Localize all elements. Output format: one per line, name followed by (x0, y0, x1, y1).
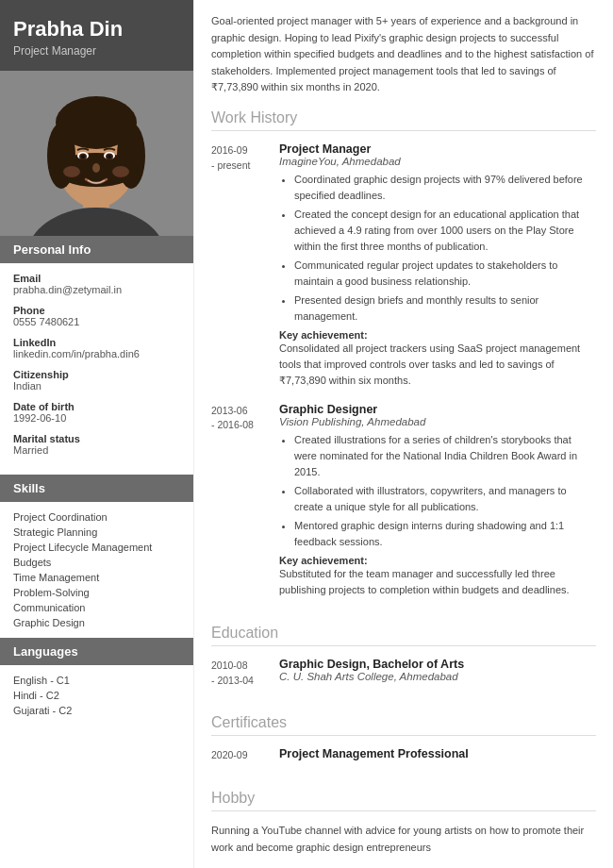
email-value: prabha.din@zetymail.in (13, 284, 180, 295)
language-item: English - C1 (13, 673, 180, 688)
entry-role: Graphic Designer (279, 403, 596, 416)
skills-content: Project CoordinationStrategic PlanningPr… (0, 502, 193, 638)
svg-point-12 (81, 155, 85, 159)
personal-info-section-title: Personal Info (0, 236, 193, 263)
dob-label: Date of birth (13, 401, 180, 412)
citizenship-block: Citizenship Indian (13, 369, 180, 392)
sidebar: Prabha Din Project Manager (0, 0, 193, 868)
language-item: Gujarati - C2 (13, 703, 180, 718)
work-history-heading: Work History (211, 109, 596, 131)
entry-role: Project Manager (279, 142, 596, 156)
sidebar-header: Prabha Din Project Manager (0, 0, 193, 71)
cert-name: Project Management Professional (279, 747, 596, 760)
work-history-section: Work History 2016-09- present Project Ma… (211, 109, 596, 611)
entry-company: Vision Publishing, Ahmedabad (279, 416, 596, 427)
skills-section-title: Skills (0, 475, 193, 502)
marital-value: Married (13, 444, 180, 456)
candidate-name: Prabha Din (13, 17, 180, 42)
education-section: Education 2010-08- 2013-04 Graphic Desig… (211, 625, 596, 702)
candidate-photo (0, 71, 193, 236)
cert-entry: 2020-09 Project Management Professional (211, 747, 596, 763)
edu-entries: 2010-08- 2013-04 Graphic Design, Bachelo… (211, 658, 596, 689)
entry-body: Project Manager ImagineYou, Ahmedabad Co… (279, 142, 596, 390)
achievement-text: Consolidated all project trackers using … (279, 341, 596, 389)
skill-item: Project Coordination (13, 509, 180, 525)
hobby-section: Hobby Running a YouTube channel with adv… (211, 790, 596, 856)
languages-content: English - C1Hindi - C2Gujarati - C2 (0, 665, 193, 726)
linkedin-label: LinkedIn (13, 337, 180, 348)
candidate-title: Project Manager (13, 44, 180, 58)
phone-value: 0555 7480621 (13, 316, 180, 327)
entry-date: 2010-08- 2013-04 (211, 658, 279, 689)
entry-body: Project Management Professional (279, 747, 596, 763)
language-item: Hindi - C2 (13, 688, 180, 703)
skill-item: Budgets (13, 555, 180, 570)
svg-point-16 (112, 166, 129, 177)
work-entry: 2016-09- present Project Manager Imagine… (211, 142, 596, 390)
skill-item: Strategic Planning (13, 525, 180, 540)
certificates-heading: Certificates (211, 714, 596, 736)
entry-date: 2013-06- 2016-08 (211, 403, 279, 598)
svg-point-15 (63, 166, 80, 177)
email-label: Email (13, 273, 180, 284)
marital-block: Marital status Married (13, 433, 180, 456)
skill-item: Graphic Design (13, 615, 180, 630)
summary-text: Goal-oriented project manager with 5+ ye… (211, 13, 596, 96)
cert-entries: 2020-09 Project Management Professional (211, 747, 596, 763)
dob-value: 1992-06-10 (13, 412, 180, 424)
linkedin-value: linkedin.com/in/prabha.din6 (13, 348, 180, 359)
citizenship-value: Indian (13, 380, 180, 392)
hobby-text: Running a YouTube channel with advice fo… (211, 823, 596, 856)
key-achievement-label: Key achievement: (279, 555, 596, 566)
citizenship-label: Citizenship (13, 369, 180, 380)
marital-label: Marital status (13, 433, 180, 444)
phone-block: Phone 0555 7480621 (13, 305, 180, 327)
certificates-section: Certificates 2020-09 Project Management … (211, 714, 596, 776)
entry-company: ImagineYou, Ahmedabad (279, 156, 596, 167)
hobby-heading: Hobby (211, 790, 596, 811)
education-heading: Education (211, 625, 596, 646)
skill-item: Time Management (13, 570, 180, 585)
skill-item: Problem-Solving (13, 585, 180, 600)
phone-label: Phone (13, 305, 180, 316)
skill-item: Communication (13, 600, 180, 615)
personal-info-content: Email prabha.din@zetymail.in Phone 0555 … (0, 263, 193, 475)
svg-point-13 (108, 155, 111, 159)
edu-entry: 2010-08- 2013-04 Graphic Design, Bachelo… (211, 658, 596, 689)
main-content: Goal-oriented project manager with 5+ ye… (193, 0, 613, 868)
degree-title: Graphic Design, Bachelor of Arts (279, 658, 596, 671)
entry-body: Graphic Designer Vision Publishing, Ahme… (279, 403, 596, 598)
entry-date: 2020-09 (211, 747, 279, 763)
entry-body: Graphic Design, Bachelor of Arts C. U. S… (279, 658, 596, 689)
dob-block: Date of birth 1992-06-10 (13, 401, 180, 424)
linkedin-block: LinkedIn linkedin.com/in/prabha.din6 (13, 337, 180, 359)
languages-section-title: Languages (0, 638, 193, 665)
email-block: Email prabha.din@zetymail.in (13, 273, 180, 295)
skill-item: Project Lifecycle Management (13, 540, 180, 555)
achievement-text: Substituted for the team manager and suc… (279, 566, 596, 598)
school-name: C. U. Shah Arts College, Ahmedabad (279, 671, 596, 682)
key-achievement-label: Key achievement: (279, 329, 596, 341)
svg-point-14 (92, 163, 100, 173)
entry-date: 2016-09- present (211, 142, 279, 390)
work-entry: 2013-06- 2016-08 Graphic Designer Vision… (211, 403, 596, 598)
work-entries: 2016-09- present Project Manager Imagine… (211, 142, 596, 598)
